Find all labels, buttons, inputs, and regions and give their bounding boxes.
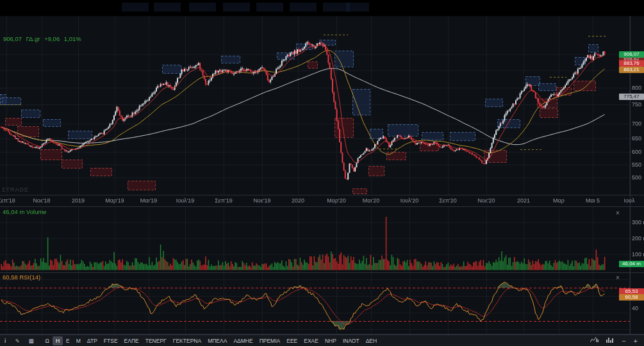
- time-tick-label: Μαρ'19: [105, 197, 124, 204]
- ticker-button-11[interactable]: ΝΗΡ: [322, 336, 340, 345]
- ticker-button-10[interactable]: ΕΧΑΕ: [301, 336, 322, 345]
- ticker-button-12[interactable]: ΙΝΛΟΤ: [340, 336, 363, 345]
- price-tick-label: 800: [632, 85, 641, 91]
- time-tick-label: Μαι'20: [363, 197, 379, 204]
- price-axis-badge: 883,76: [619, 60, 644, 67]
- legend-symbol: ΓΔ.gr: [26, 35, 40, 42]
- price-tick-label: 500: [632, 174, 641, 181]
- time-tick-label: 2019: [72, 197, 85, 204]
- ticker-button-2[interactable]: FTSE: [101, 336, 121, 345]
- bottom-toolbar: i✎▦ΩΗΕΜΔΤΡFTSEΕΛΠΕΤΕΝΕΡΓΓΕΚΤΕΡΝΑΜΠΕΛΑΑΔΜ…: [0, 334, 644, 346]
- price-tick-label: 700: [632, 120, 641, 127]
- interval-week-button[interactable]: Ε: [63, 336, 73, 345]
- ticker-button-5[interactable]: ΓΕΚΤΕΡΝΑ: [170, 336, 204, 345]
- price-axis-badge: 775,47: [619, 94, 644, 100]
- price-axis-badge: 863,21: [619, 67, 644, 73]
- interval-omega-button[interactable]: Ω: [42, 336, 53, 345]
- time-tick-label: Νοε'20: [477, 197, 495, 204]
- interval-month-button[interactable]: Μ: [73, 336, 84, 345]
- volume-axis-badge: 46,04 m: [619, 261, 644, 267]
- toolbar-right-group: − +: [586, 336, 641, 345]
- time-tick-label: Ιουλ'19: [176, 197, 195, 204]
- volume-tick-label: 300 m: [632, 219, 644, 226]
- time-tick-label: 2020: [292, 197, 304, 204]
- price-tick-label: 650: [632, 135, 641, 142]
- time-tick-label: 2021: [517, 197, 530, 204]
- zoom-in-button[interactable]: +: [630, 336, 641, 345]
- volume-tick-label: 200 m: [632, 235, 644, 242]
- info-icon[interactable]: i: [0, 336, 10, 345]
- volume-legend: 46,04 m Volume: [3, 208, 47, 215]
- price-tick-label: 600: [632, 149, 641, 155]
- rsi-axis-badge: 60,58: [619, 294, 644, 301]
- toolbar-left-group: i✎▦ΩΗΕΜΔΤΡFTSEΕΛΠΕΤΕΝΕΡΓΓΕΚΤΕΡΝΑΜΠΕΛΑΑΔΜ…: [0, 336, 380, 345]
- time-tick-label: Ιουλ'20: [400, 197, 419, 204]
- draw-icon[interactable]: ✎: [10, 336, 24, 345]
- time-tick-label: Μαρ'20: [327, 197, 346, 204]
- ticker-button-9[interactable]: ΕΕΕ: [283, 336, 301, 345]
- time-tick-label: Σεπ'18: [0, 197, 15, 204]
- trading-chart-app: 906,07 ΓΔ.gr +9,06 1,01% ΣTRADE 46,04 m …: [0, 0, 644, 346]
- volume-histogram-icon[interactable]: [602, 336, 618, 345]
- volume-tick-label: 100 m: [632, 251, 644, 258]
- rsi-tick-label: 40: [632, 305, 638, 311]
- legend-change-pct: 1,01%: [64, 35, 81, 42]
- time-tick-label: Σεπ'20: [439, 197, 457, 204]
- ticker-button-6[interactable]: ΜΠΕΛΑ: [204, 336, 230, 345]
- ticker-button-8[interactable]: ΠΡΕΜΙΑ: [256, 336, 284, 345]
- table-icon[interactable]: ▦: [24, 336, 38, 345]
- zoom-out-button[interactable]: −: [618, 336, 629, 345]
- time-tick-label: Σεπ'19: [215, 197, 233, 204]
- rsi-pane-close-button[interactable]: ×: [614, 274, 622, 282]
- price-tick-label: 750: [632, 101, 641, 108]
- chart-style-icon[interactable]: [586, 336, 602, 345]
- rsi-legend: 60,58 RSI(14): [3, 274, 40, 281]
- legend-change: +9,06: [44, 35, 60, 42]
- ticker-button-1[interactable]: ΔΤΡ: [84, 336, 101, 345]
- ticker-button-4[interactable]: ΤΕΝΕΡΓ: [142, 336, 170, 345]
- volume-pane-close-button[interactable]: ×: [614, 210, 622, 217]
- price-tick-label: 550: [632, 161, 641, 168]
- interval-day-button[interactable]: Η: [53, 336, 63, 345]
- time-tick-label: Ιουλ: [624, 197, 635, 204]
- symbol-legend: 906,07 ΓΔ.gr +9,06 1,01%: [3, 35, 84, 42]
- platform-watermark: ΣTRADE: [2, 186, 29, 193]
- time-tick-label: Νοε'18: [33, 197, 50, 204]
- ticker-button-13[interactable]: ΔΕΗ: [363, 336, 381, 345]
- time-tick-label: Μαι'19: [140, 197, 157, 204]
- time-tick-label: Μαι 5: [586, 197, 600, 204]
- ticker-button-7[interactable]: ΑΔΜΗΕ: [230, 336, 256, 345]
- ticker-button-3[interactable]: ΕΛΠΕ: [121, 336, 142, 345]
- time-tick-label: Μαρ: [553, 197, 565, 204]
- legend-price: 906,07: [3, 35, 22, 42]
- price-axis-badge: 906,07: [619, 51, 644, 58]
- chart-canvas[interactable]: [0, 0, 644, 334]
- time-tick-label: Νοε'19: [253, 197, 270, 204]
